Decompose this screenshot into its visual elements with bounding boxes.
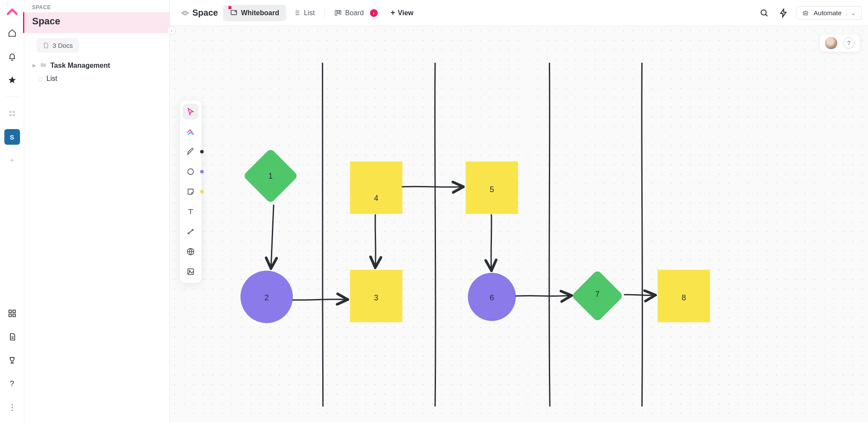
svg-text:8: 8 [682, 293, 686, 302]
add-icon[interactable]: + [4, 153, 20, 168]
conn-4-3[interactable] [375, 215, 376, 266]
whiteboard-canvas[interactable]: ? + [170, 26, 868, 422]
shape-n2[interactable]: 2 [241, 271, 293, 323]
list-dot-icon: ◯ [38, 76, 43, 81]
add-view-button[interactable]: + View [385, 4, 420, 22]
topbar: Space Whiteboard List Board › [170, 0, 868, 26]
web-tool[interactable] [183, 244, 198, 259]
connector-tool[interactable] [183, 224, 198, 239]
conn-7-8[interactable] [624, 295, 654, 296]
overlay-help[interactable]: ? [843, 37, 855, 49]
help-icon[interactable]: ? [4, 376, 20, 392]
list-icon [293, 9, 300, 17]
svg-point-22 [189, 270, 190, 272]
svg-rect-15 [803, 12, 808, 15]
conn-5-6[interactable] [491, 215, 492, 269]
space-title[interactable]: Space [23, 12, 169, 33]
svg-point-0 [10, 111, 11, 113]
trophy-icon[interactable] [4, 352, 20, 368]
shape-n4[interactable]: 4 [350, 162, 403, 214]
tree-item-task-mgmt[interactable]: ▶ Task Management [30, 59, 163, 72]
svg-text:7: 7 [595, 290, 600, 299]
svg-text:2: 2 [264, 293, 269, 302]
folder-icon [40, 61, 47, 70]
sidebar-collapse[interactable]: ‹ [167, 26, 176, 35]
cursor-tool[interactable] [183, 104, 198, 120]
sidebar-label: SPACE [24, 0, 169, 12]
image-tool[interactable] [183, 264, 198, 279]
sidebar-tree: ▶ Task Management ◯ List [24, 58, 169, 86]
tab-list[interactable]: List [286, 5, 322, 21]
shape-n7[interactable]: 7 [571, 269, 624, 322]
more-icon[interactable]: ⋮ [4, 399, 20, 415]
conn-1-2[interactable] [271, 205, 274, 267]
pin-icon [228, 6, 231, 9]
svg-rect-11 [335, 10, 337, 15]
robot-icon [802, 9, 809, 17]
avatar[interactable] [825, 37, 837, 49]
star-icon[interactable] [4, 72, 20, 88]
shape-n6[interactable]: 6 [468, 273, 516, 321]
svg-text:4: 4 [374, 194, 378, 203]
tool-palette: + [179, 100, 202, 283]
docs-pill[interactable]: 3 Docs [36, 38, 79, 53]
svg-rect-12 [337, 10, 339, 13]
board-badge: › [370, 9, 378, 17]
board-svg: 1 4 5 2 [170, 26, 868, 422]
rail-divider [6, 96, 18, 97]
brand-logo[interactable] [6, 5, 18, 17]
svg-text:5: 5 [490, 185, 494, 194]
conn-2-3[interactable] [293, 299, 347, 300]
svg-rect-6 [9, 314, 11, 317]
tree-label: List [46, 75, 57, 83]
tab-whiteboard[interactable]: Whiteboard [223, 5, 286, 21]
main: Space Whiteboard List Board › [170, 0, 868, 422]
icon-rail: S + ? ⋮ [0, 0, 24, 422]
board-icon [334, 9, 342, 17]
svg-rect-7 [13, 314, 15, 317]
shape-n3[interactable]: 3 [350, 270, 403, 322]
conn-4-5[interactable] [403, 186, 462, 187]
conn-6-7[interactable] [516, 296, 571, 296]
shape-n1[interactable]: 1 [243, 148, 298, 204]
home-icon[interactable] [4, 25, 20, 41]
pen-swatch [200, 150, 204, 153]
space-badge[interactable]: S [4, 129, 20, 145]
search-icon[interactable] [758, 7, 771, 20]
grid-icon[interactable] [4, 306, 20, 321]
svg-rect-13 [340, 10, 341, 14]
svg-point-3 [13, 114, 14, 116]
view-tabs: Whiteboard List Board › + View [223, 4, 419, 22]
automate-button[interactable]: Automate ⌄ [796, 6, 862, 20]
shape-n8[interactable]: 8 [658, 270, 710, 322]
svg-rect-25 [350, 162, 403, 214]
tree-item-list[interactable]: ◯ List [30, 72, 163, 85]
svg-point-1 [13, 111, 14, 113]
bolt-icon[interactable] [777, 7, 790, 20]
bell-icon[interactable] [4, 49, 20, 64]
text-tool[interactable] [183, 204, 198, 219]
svg-text:1: 1 [268, 172, 273, 180]
svg-point-17 [806, 13, 807, 13]
pen-tool[interactable] [183, 144, 198, 159]
tab-separator [324, 8, 325, 18]
planet-icon [181, 9, 189, 17]
doc-icon[interactable] [4, 329, 20, 345]
svg-point-19 [188, 169, 193, 174]
docs-label: 3 Docs [53, 42, 73, 49]
shape-n5[interactable]: 5 [465, 162, 518, 214]
svg-point-14 [761, 10, 766, 15]
sticky-tool[interactable] [183, 184, 198, 199]
clickup-tool[interactable]: + [183, 124, 198, 140]
sticky-swatch [200, 190, 204, 193]
plus-icon: + [391, 8, 396, 17]
svg-text:+: + [192, 132, 195, 136]
svg-point-16 [804, 13, 805, 13]
breadcrumb[interactable]: Space [176, 8, 223, 18]
apps-icon[interactable] [4, 106, 20, 121]
canvas-overlay: ? [819, 34, 860, 52]
svg-point-2 [10, 114, 11, 116]
caret-icon: ▶ [32, 63, 36, 68]
tab-board[interactable]: Board › [327, 5, 385, 21]
shape-tool[interactable] [183, 164, 198, 179]
